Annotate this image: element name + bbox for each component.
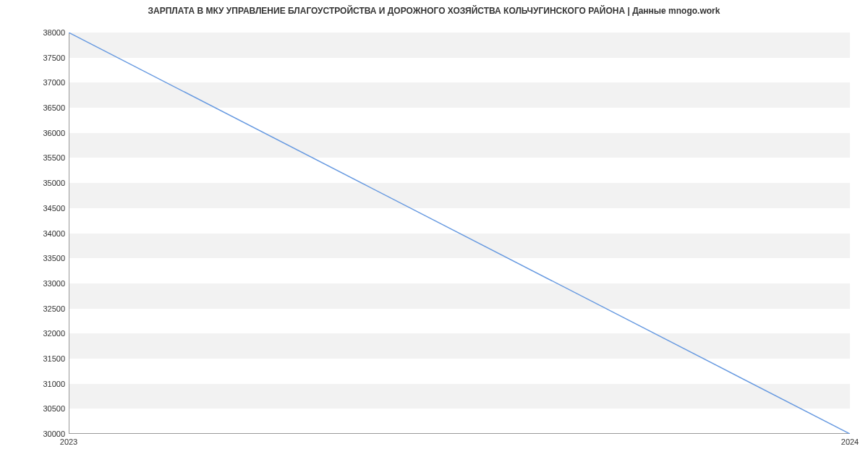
y-tick-label: 37500 <box>7 54 65 62</box>
y-tick-label: 36500 <box>7 103 65 112</box>
y-tick-label: 32000 <box>7 329 65 338</box>
plot-area <box>69 33 850 434</box>
y-tick-label: 33500 <box>7 254 65 262</box>
y-tick-label: 38000 <box>7 28 65 37</box>
y-tick-label: 34000 <box>7 229 65 238</box>
grid-band <box>69 33 850 58</box>
grid-band <box>69 333 850 359</box>
y-tick-label: 31500 <box>7 354 65 363</box>
y-tick-label: 35500 <box>7 153 65 162</box>
y-tick-label: 32500 <box>7 304 65 313</box>
y-tick-label: 36000 <box>7 129 65 137</box>
y-tick-label: 35000 <box>7 179 65 187</box>
grid-band <box>69 82 850 108</box>
grid-band <box>69 384 850 409</box>
y-tick-label: 30000 <box>7 430 65 438</box>
grid-band <box>69 283 850 309</box>
x-tick-label: 2024 <box>841 437 859 446</box>
x-tick-label: 2023 <box>60 437 77 446</box>
y-tick-label: 30500 <box>7 404 65 413</box>
chart-container: ЗАРПЛАТА В МКУ УПРАВЛЕНИЕ БЛАГОУСТРОЙСТВ… <box>0 0 868 470</box>
chart-title: ЗАРПЛАТА В МКУ УПРАВЛЕНИЕ БЛАГОУСТРОЙСТВ… <box>0 6 868 16</box>
y-tick-label: 31000 <box>7 380 65 388</box>
y-tick-label: 33000 <box>7 279 65 288</box>
grid-band <box>69 133 850 158</box>
y-tick-label: 34500 <box>7 204 65 213</box>
grid-band <box>69 234 850 259</box>
grid-band <box>69 183 850 208</box>
y-tick-label: 37000 <box>7 78 65 87</box>
